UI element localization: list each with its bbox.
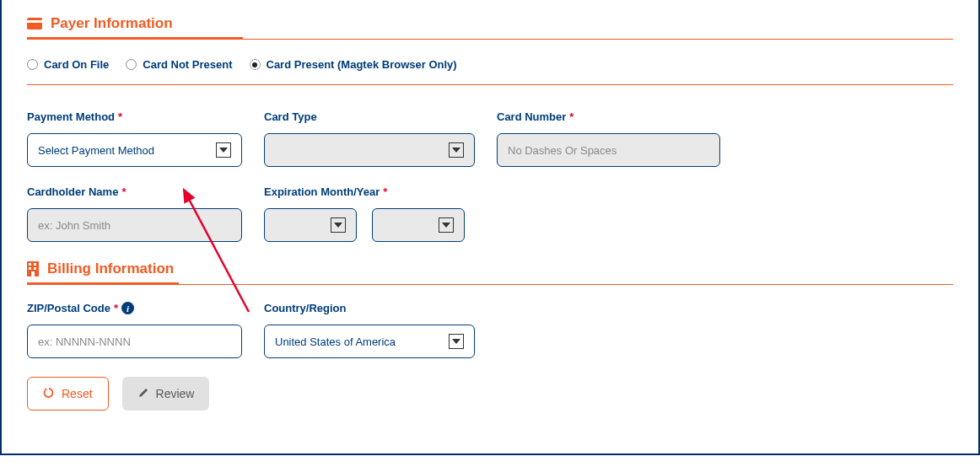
section-divider bbox=[27, 284, 953, 285]
billing-info-title: Billing Information bbox=[47, 260, 174, 277]
svg-rect-4 bbox=[34, 263, 36, 266]
review-label: Review bbox=[156, 387, 195, 400]
radio-label: Card Not Present bbox=[143, 58, 232, 71]
chevron-down-icon bbox=[331, 217, 346, 233]
payment-method-value: Select Payment Method bbox=[38, 144, 154, 157]
building-icon bbox=[27, 261, 39, 276]
radio-icon bbox=[126, 59, 137, 70]
payer-info-header: Payer Information bbox=[27, 15, 953, 32]
chevron-down-icon bbox=[216, 142, 231, 158]
chevron-down-icon bbox=[439, 217, 454, 233]
svg-rect-1 bbox=[27, 20, 42, 23]
info-icon[interactable]: i bbox=[121, 302, 134, 314]
required-mark: * bbox=[383, 185, 387, 198]
card-mode-radios: Card On File Card Not Present Card Prese… bbox=[27, 58, 953, 71]
radio-card-not-present[interactable]: Card Not Present bbox=[126, 58, 232, 71]
required-mark: * bbox=[121, 185, 126, 198]
svg-rect-0 bbox=[27, 18, 42, 30]
card-type-field: Card Type bbox=[264, 110, 475, 167]
zip-label: ZIP/Postal Code* i bbox=[27, 302, 242, 314]
payment-method-select[interactable]: Select Payment Method bbox=[27, 133, 242, 167]
billing-info-header: Billing Information bbox=[27, 260, 953, 277]
required-mark: * bbox=[569, 110, 573, 123]
zip-input-wrap bbox=[27, 325, 242, 358]
pencil-icon bbox=[137, 387, 149, 401]
button-row: Reset Review bbox=[27, 377, 953, 411]
radio-label: Card On File bbox=[44, 58, 109, 71]
radio-icon bbox=[250, 59, 261, 70]
card-number-field: Card Number* bbox=[497, 110, 720, 167]
form-row-1: Payment Method* Select Payment Method Ca… bbox=[27, 110, 953, 167]
cardholder-name-label: Cardholder Name* bbox=[27, 185, 242, 198]
payment-method-field: Payment Method* Select Payment Method bbox=[27, 110, 242, 167]
expiration-month-select[interactable] bbox=[264, 208, 357, 242]
required-mark: * bbox=[118, 110, 122, 123]
radio-card-present[interactable]: Card Present (Magtek Browser Only) bbox=[250, 58, 457, 71]
cardholder-name-input[interactable] bbox=[38, 209, 231, 241]
radio-separator bbox=[27, 84, 953, 85]
reset-label: Reset bbox=[62, 387, 93, 400]
svg-rect-7 bbox=[31, 271, 35, 276]
card-number-input-wrap bbox=[497, 133, 720, 167]
card-type-label: Card Type bbox=[264, 110, 475, 123]
cardholder-name-field: Cardholder Name* bbox=[27, 185, 242, 242]
form-row-3: ZIP/Postal Code* i Country/Region United… bbox=[27, 302, 953, 358]
chevron-down-icon bbox=[449, 142, 464, 158]
country-value: United States of America bbox=[275, 335, 396, 348]
svg-rect-6 bbox=[34, 267, 36, 270]
svg-rect-3 bbox=[29, 263, 31, 266]
zip-input[interactable] bbox=[38, 325, 231, 357]
payer-info-title: Payer Information bbox=[51, 15, 173, 32]
radio-icon bbox=[27, 59, 38, 70]
section-divider bbox=[27, 39, 953, 40]
card-number-label: Card Number* bbox=[497, 110, 720, 123]
refresh-icon bbox=[43, 387, 55, 401]
country-select[interactable]: United States of America bbox=[264, 325, 475, 358]
country-field: Country/Region United States of America bbox=[264, 302, 475, 358]
reset-button[interactable]: Reset bbox=[27, 377, 109, 411]
card-number-input[interactable] bbox=[508, 134, 709, 166]
review-button[interactable]: Review bbox=[122, 377, 210, 411]
payment-method-label: Payment Method* bbox=[27, 110, 242, 123]
form-panel: Payer Information Card On File Card Not … bbox=[0, 0, 980, 455]
svg-rect-5 bbox=[29, 267, 31, 270]
expiration-field: Expiration Month/Year* bbox=[264, 185, 465, 242]
country-label: Country/Region bbox=[264, 302, 475, 314]
radio-card-on-file[interactable]: Card On File bbox=[27, 58, 109, 71]
zip-field: ZIP/Postal Code* i bbox=[27, 302, 242, 358]
card-icon bbox=[27, 18, 42, 30]
card-type-select[interactable] bbox=[264, 133, 475, 167]
chevron-down-icon bbox=[449, 334, 464, 349]
form-row-2: Cardholder Name* Expiration Month/Year* bbox=[27, 185, 953, 242]
radio-label: Card Present (Magtek Browser Only) bbox=[267, 58, 457, 71]
cardholder-name-input-wrap bbox=[27, 208, 242, 242]
expiration-year-select[interactable] bbox=[372, 208, 465, 242]
expiration-label: Expiration Month/Year* bbox=[264, 185, 465, 198]
required-mark: * bbox=[114, 302, 118, 314]
